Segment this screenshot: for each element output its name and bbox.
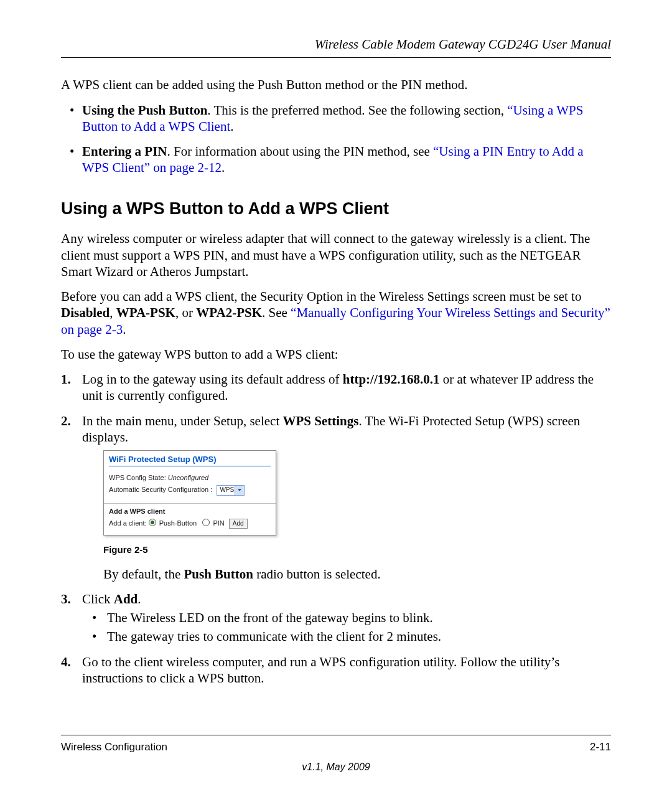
wps-asc-value: WPS [220,486,234,493]
text-bold: WPS Settings [283,413,359,428]
wps-config-state-row: WPS Config State: Unconfigured [104,473,276,484]
figure-wps-panel: WiFi Protected Setup (WPS) WPS Config St… [103,450,611,536]
text: Before you can add a WPS client, the Sec… [61,289,581,304]
text: By default, the [103,567,184,582]
text: . [138,592,141,606]
text: In the main menu, under Setup, select [82,413,283,428]
text-bold: WPA2-PSK [196,305,262,320]
text: , [110,305,116,320]
footer-section-title: Wireless Configuration [61,740,167,753]
wps-add-client-row: Add a client: Push-Button PIN Add [104,517,276,535]
bullet-tail: . [222,160,225,175]
bullet-text: . For information about using the PIN me… [167,144,434,159]
wps-asc-label: Automatic Security Configuration : [109,486,212,493]
bullet-lead: Using the Push Button [82,103,207,118]
text-bold: Push Button [184,567,253,582]
step-2: In the main menu, under Setup, select WP… [61,413,611,582]
chevron-down-icon [238,489,241,491]
wps-panel-title: WiFi Protected Setup (WPS) [104,451,276,466]
wps-state-label: WPS Config State: [109,474,168,481]
text: , or [175,305,196,320]
radio-pin[interactable] [202,519,210,526]
text: . See [262,305,291,320]
footer-page-number: 2-11 [590,740,611,753]
step-3-sub-2: The gateway tries to communicate with th… [82,628,611,644]
text: Log in to the gateway using its default … [82,372,343,387]
bullet-tail: . [230,119,233,134]
page-footer: Wireless Configuration 2-11 [61,735,611,753]
divider [109,466,271,466]
text: radio button is selected. [253,567,381,582]
wps-add-label: Add a client: [109,519,147,527]
step-4: Go to the client wireless computer, and … [61,654,611,687]
bullet-push-button: Using the Push Button. This is the prefe… [61,102,611,135]
step-3-sublist: The Wireless LED on the front of the gat… [82,610,611,645]
text-bold: Disabled [61,305,110,320]
divider [104,503,276,504]
radio-push-button[interactable] [149,519,156,526]
figure-caption: Figure 2-5 [103,544,611,556]
text-bold: Add [114,592,138,606]
wps-panel: WiFi Protected Setup (WPS) WPS Config St… [103,450,276,536]
body-paragraph: Before you can add a WPS client, the Sec… [61,288,611,337]
wps-asc-row: Automatic Security Configuration : WPS [104,484,276,497]
step-1: Log in to the gateway using its default … [61,371,611,404]
radio-push-button-label: Push-Button [159,519,197,527]
footer-version: v1.1, May 2009 [0,761,672,773]
body-paragraph: To use the gateway WPS button to add a W… [61,346,611,362]
wps-add-client-heading: Add a WPS client [104,507,276,517]
bullet-lead: Entering a PIN [82,144,167,159]
text: . [123,322,126,337]
bullet-text: . This is the preferred method. See the … [207,103,507,118]
section-heading: Using a WPS Button to Add a WPS Client [61,199,611,220]
method-bullet-list: Using the Push Button. This is the prefe… [61,102,611,176]
text-bold: WPA-PSK [116,305,175,320]
bullet-pin: Entering a PIN. For information about us… [61,143,611,176]
page-header: Wireless Cable Modem Gateway CGD24G User… [61,36,611,58]
wps-state-value: Unconfigured [168,474,208,481]
body-paragraph: Any wireless computer or wireless adapte… [61,230,611,280]
intro-paragraph: A WPS client can be added using the Push… [61,77,611,93]
add-button[interactable]: Add [229,519,248,529]
radio-pin-label: PIN [213,519,224,527]
text-bold: http://192.168.0.1 [343,372,440,387]
steps-list: Log in to the gateway using its default … [61,371,611,686]
step-3-sub-1: The Wireless LED on the front of the gat… [82,610,611,626]
document-page: Wireless Cable Modem Gateway CGD24G User… [0,0,672,807]
step-2-note: By default, the Push Button radio button… [103,566,611,582]
text: Click [82,592,114,606]
wps-asc-select[interactable]: WPS [217,485,245,496]
step-3: Click Add. The Wireless LED on the front… [61,591,611,645]
